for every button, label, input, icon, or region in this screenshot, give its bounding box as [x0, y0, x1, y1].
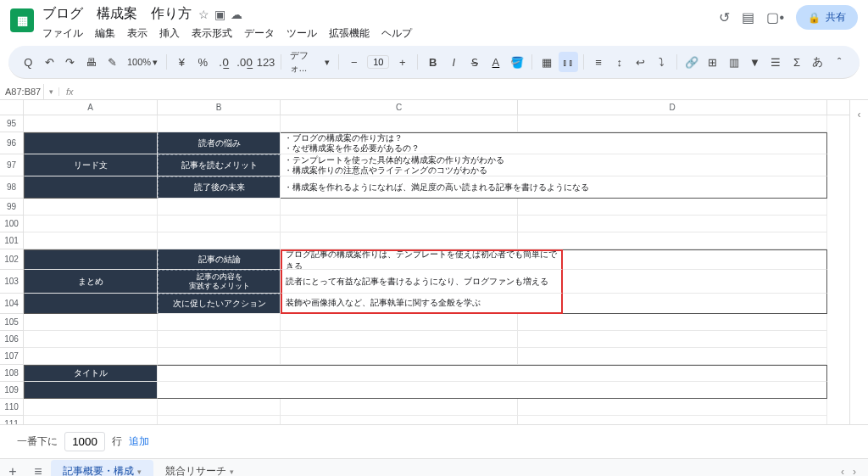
row-header[interactable]: 105	[0, 314, 24, 331]
cell[interactable]	[281, 314, 518, 331]
row-header[interactable]: 95	[0, 115, 24, 132]
percent-icon[interactable]: %	[193, 52, 213, 72]
filter-icon[interactable]: ▼	[745, 52, 765, 72]
label-cell[interactable]: 読了後の未来	[158, 176, 281, 199]
name-box-dropdown-icon[interactable]: ▾	[44, 87, 59, 96]
menu-data[interactable]: データ	[244, 26, 275, 41]
h-align-icon[interactable]: ≡	[589, 52, 609, 72]
category-cell[interactable]: リード文	[24, 154, 158, 176]
cell[interactable]	[158, 232, 281, 249]
scroll-right-icon[interactable]: ›	[853, 466, 856, 477]
row-header[interactable]: 107	[0, 348, 24, 365]
menu-help[interactable]: ヘルプ	[381, 26, 412, 41]
cell[interactable]	[518, 399, 827, 416]
side-panel[interactable]: ‹	[849, 100, 868, 424]
row-header[interactable]: 109	[0, 382, 24, 399]
cell[interactable]	[281, 399, 518, 416]
font-size-input[interactable]: 10	[367, 55, 389, 69]
content-cell[interactable]: ・ブログの構成案の作り方は？ ・なぜ構成案を作る必要があるの？	[281, 132, 827, 154]
label-cell[interactable]: 記事の内容を 実践するメリット	[158, 270, 281, 294]
cell[interactable]	[518, 416, 827, 424]
content-cell[interactable]: ・構成案を作れるようになれば、満足度の高い読まれる記事を書けるようになる	[281, 176, 827, 199]
row-header[interactable]: 100	[0, 216, 24, 232]
category-cell[interactable]: まとめ	[24, 270, 158, 294]
row-header[interactable]: 106	[0, 331, 24, 348]
name-box[interactable]: A87:B87	[0, 84, 44, 99]
menu-extensions[interactable]: 拡張機能	[329, 26, 370, 41]
document-title[interactable]: ブログ 構成案 作り方	[42, 5, 192, 23]
text-color-icon[interactable]: A	[487, 52, 506, 72]
cell[interactable]	[24, 314, 158, 331]
col-header-D[interactable]: D	[518, 100, 827, 115]
row-header[interactable]: 97	[0, 154, 24, 176]
cell[interactable]	[158, 348, 281, 365]
cell[interactable]	[281, 232, 518, 249]
tab-menu-icon[interactable]: ▾	[230, 468, 234, 476]
col-header-C[interactable]: C	[281, 100, 518, 115]
cell[interactable]	[158, 314, 281, 331]
row-header[interactable]: 103	[0, 270, 24, 294]
star-icon[interactable]: ☆	[198, 8, 209, 21]
cell[interactable]	[563, 294, 827, 314]
category-cell[interactable]	[24, 176, 158, 199]
cell[interactable]	[281, 216, 518, 232]
menu-insert[interactable]: 挿入	[159, 26, 180, 41]
increase-decimal-icon[interactable]: .00̲	[235, 52, 254, 72]
cell[interactable]	[158, 199, 281, 216]
content-cell[interactable]: 読者にとって有益な記事を書けるようになり、ブログファンも増える	[281, 270, 563, 294]
label-cell[interactable]: 記事を読むメリット	[158, 154, 281, 176]
input-tools-icon[interactable]: あ	[808, 52, 827, 72]
zoom-select[interactable]: 100%▾	[124, 57, 161, 68]
meet-icon[interactable]: ▢•	[766, 9, 784, 25]
row-header[interactable]: 96	[0, 132, 24, 154]
more-formats-icon[interactable]: 123	[256, 52, 275, 72]
cell[interactable]	[518, 348, 827, 365]
rotate-icon[interactable]: ⤵	[652, 52, 671, 72]
menu-file[interactable]: ファイル	[42, 26, 83, 41]
cell[interactable]	[158, 416, 281, 424]
cell[interactable]	[158, 216, 281, 232]
row-header[interactable]: 104	[0, 294, 24, 314]
borders-icon[interactable]: ▦	[537, 52, 557, 72]
cell[interactable]	[518, 232, 827, 249]
print-icon[interactable]: 🖶	[81, 52, 101, 72]
paint-format-icon[interactable]: ✎	[103, 52, 122, 72]
add-rows-link[interactable]: 追加	[129, 434, 149, 449]
label-cell[interactable]: 記事の結論	[158, 249, 281, 270]
cell[interactable]	[158, 331, 281, 348]
font-size-decrease[interactable]: −	[344, 52, 364, 72]
menu-view[interactable]: 表示	[127, 26, 147, 41]
fill-color-icon[interactable]: 🪣	[507, 52, 526, 72]
wrap-icon[interactable]: ↩	[631, 52, 650, 72]
comment-icon[interactable]: ⊞	[703, 52, 722, 72]
category-cell[interactable]	[24, 132, 158, 154]
menu-edit[interactable]: 編集	[95, 26, 115, 41]
menu-format[interactable]: 表示形式	[192, 26, 232, 41]
row-header[interactable]: 110	[0, 399, 24, 416]
cell[interactable]	[518, 314, 827, 331]
cell[interactable]	[563, 249, 827, 270]
category-cell[interactable]: タイトル	[24, 365, 158, 382]
label-cell[interactable]: 読者の悩み	[158, 132, 281, 154]
content-cell[interactable]: ・テンプレートを使った具体的な構成案の作り方がわかる ・構成案作りの注意点やライ…	[281, 154, 827, 176]
share-button[interactable]: 🔒 共有	[796, 5, 858, 30]
cell[interactable]	[281, 199, 518, 216]
cell[interactable]	[281, 416, 518, 424]
cell[interactable]	[24, 199, 158, 216]
bold-icon[interactable]: B	[423, 52, 442, 72]
row-header[interactable]: 99	[0, 199, 24, 216]
cell[interactable]	[518, 331, 827, 348]
functions-icon[interactable]: Σ	[787, 52, 807, 72]
sheet-tab[interactable]: 競合リサーチ ▾	[153, 460, 246, 477]
row-header[interactable]: 111	[0, 416, 24, 424]
cell[interactable]	[563, 270, 827, 294]
content-cell[interactable]: ブログ記事の構成案作りは、テンプレートを使えば初心者でも簡単にできる	[281, 249, 563, 270]
cell[interactable]	[24, 216, 158, 232]
col-header-A[interactable]: A	[24, 100, 158, 115]
cell[interactable]	[24, 232, 158, 249]
add-rows-input[interactable]	[64, 432, 105, 451]
redo-icon[interactable]: ↷	[61, 52, 81, 72]
select-all-corner[interactable]	[0, 100, 24, 115]
link-icon[interactable]: 🔗	[682, 52, 702, 72]
cell[interactable]	[24, 416, 158, 424]
